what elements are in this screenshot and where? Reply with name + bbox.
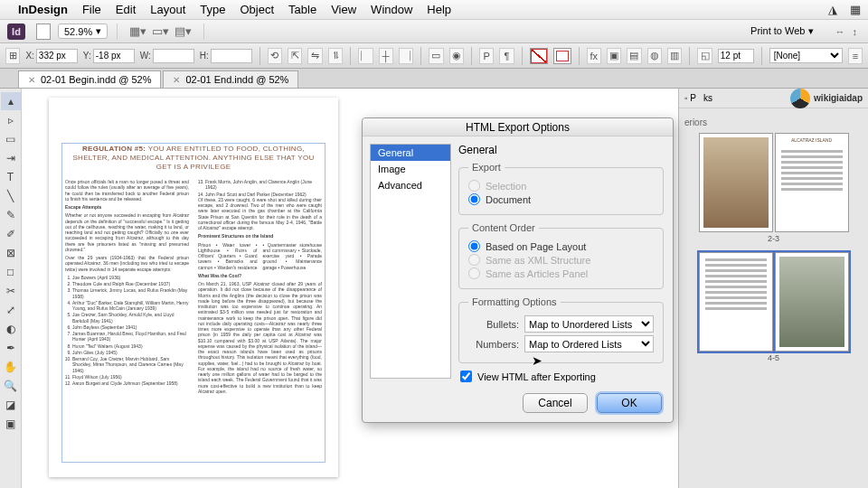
section-heading: General — [458, 144, 664, 156]
fill-stroke-toggle[interactable]: ◪ — [1, 396, 21, 414]
menu-edit[interactable]: Edit — [116, 3, 136, 16]
zoom-tool[interactable]: 🔍 — [1, 377, 21, 395]
page-tool[interactable]: ▭ — [1, 130, 21, 148]
app-menu[interactable]: InDesign — [18, 3, 68, 16]
cancel-button[interactable]: Cancel — [523, 393, 588, 413]
reference-point-icon[interactable]: ⊞ — [5, 48, 20, 64]
w-field[interactable] — [153, 49, 194, 63]
h-field[interactable] — [211, 49, 252, 63]
wrap-shape-icon[interactable]: ◍ — [647, 48, 662, 64]
flip-v-icon[interactable]: ⥮ — [328, 48, 343, 64]
shear-icon[interactable]: ⇱ — [288, 48, 302, 64]
grid-icon[interactable]: ▦ — [850, 3, 861, 16]
stroke-swatch[interactable] — [553, 48, 571, 64]
panel-subtab[interactable]: eriors — [684, 117, 863, 127]
spread-label-23: 2-3 — [684, 234, 863, 243]
list-item: James Boarman, Harold Brest, Floyd Hamil… — [72, 331, 189, 343]
menu-layout[interactable]: Layout — [150, 3, 185, 16]
container-select-icon[interactable]: ▭ — [429, 48, 443, 64]
effects-icon[interactable]: fx — [587, 48, 601, 64]
list-item: Thomas Limerick, Jimmy Lucas, and Rufus … — [72, 287, 189, 299]
h-label: H: — [200, 51, 209, 61]
radio-document[interactable]: Document — [468, 193, 654, 205]
tab-links[interactable]: ks — [703, 93, 712, 103]
rectangle-frame-tool[interactable]: ⊠ — [1, 244, 21, 262]
tab-doc-begin[interactable]: ✕ 02-01 Begin.indd @ 52% — [18, 70, 161, 88]
screen-mode-toggle[interactable]: ▣ — [1, 415, 21, 433]
ok-button[interactable]: OK — [597, 393, 662, 413]
menu-file[interactable]: File — [82, 3, 101, 16]
line-tool[interactable]: ╲ — [1, 187, 21, 205]
arrange-docs[interactable]: ↔↕ — [832, 26, 862, 37]
tab-pages[interactable]: ◦ P — [684, 93, 696, 103]
menu-object[interactable]: Object — [241, 3, 275, 16]
page-thumb-4[interactable] — [699, 252, 773, 352]
panel-tabs: ◦ P ks wikigiaidap — [679, 89, 868, 108]
scissors-tool[interactable]: ✂ — [1, 282, 21, 300]
y-field[interactable] — [93, 49, 135, 63]
formatting-group: Formatting Options Bullets: Map to Unord… — [458, 296, 664, 363]
content-select-icon[interactable]: ◉ — [449, 48, 464, 64]
workspace-switcher[interactable]: Print to Web ▾ — [750, 25, 813, 37]
pen-tool[interactable]: ✎ — [1, 206, 21, 224]
fill-swatch[interactable] — [530, 48, 548, 64]
rotate-icon[interactable]: ⟲ — [268, 48, 282, 64]
menu-help[interactable]: Help — [427, 3, 451, 16]
object-style-select[interactable]: [None] — [769, 48, 843, 63]
page-thumb-2[interactable] — [699, 133, 773, 232]
radio-selection: Selection — [468, 180, 654, 192]
view-options[interactable]: ▦▾▭▾▤▾ — [127, 24, 194, 38]
type-tool[interactable]: T — [1, 168, 21, 186]
transform-tool[interactable]: ⤢ — [1, 301, 21, 319]
align-center-icon[interactable]: ┼ — [379, 48, 393, 64]
gradient-tool[interactable]: ◐ — [1, 320, 21, 338]
wrap-jump-icon[interactable]: ▥ — [667, 48, 682, 64]
type-icon[interactable]: P — [479, 48, 494, 64]
view-after-checkbox[interactable]: View HTML after Exporting — [460, 371, 664, 382]
list-item: Theodore Cole and Ralph Roe (December 19… — [72, 281, 189, 286]
menu-view[interactable]: View — [331, 3, 356, 16]
page-thumb-3[interactable]: ALCATRAZ ISLAND — [775, 133, 849, 232]
radio-articles-panel: Same as Articles Panel — [468, 267, 654, 279]
rectangle-tool[interactable]: □ — [1, 263, 21, 281]
story-icon[interactable]: ¶ — [499, 48, 514, 64]
content-order-legend: Content Order — [468, 222, 539, 233]
adobe-icon[interactable]: ◮ — [828, 3, 837, 16]
list-item: Bernard Coy, Joe Cretzer, Marvin Hubbard… — [72, 356, 189, 373]
radio-page-layout[interactable]: Based on Page Layout — [468, 240, 654, 252]
bridge-icon[interactable] — [36, 23, 51, 40]
wrap-none-icon[interactable]: ▣ — [607, 48, 621, 64]
wrap-bound-icon[interactable]: ▤ — [627, 48, 641, 64]
direct-selection-tool[interactable]: ▹ — [1, 111, 21, 129]
menubar-status-icons: ◮ ▦ — [819, 3, 861, 16]
menu-window[interactable]: Window — [371, 3, 412, 16]
pencil-tool[interactable]: ✐ — [1, 225, 21, 243]
stroke-pt-field[interactable] — [718, 49, 754, 63]
list-item: Huron "Ted" Walters (August 1943) — [72, 343, 189, 349]
align-left-icon[interactable]: ⎸ — [358, 48, 373, 64]
close-icon[interactable]: ✕ — [28, 75, 35, 85]
selection-tool[interactable]: ▴ — [1, 92, 21, 110]
right-panels: ◦ P ks wikigiaidap eriors ALCATRAZ ISLAN… — [678, 89, 868, 488]
panel-menu-icon[interactable]: ≡ — [848, 48, 863, 64]
tab-doc-end[interactable]: ✕ 02-01 End.indd @ 52% — [163, 70, 298, 88]
hand-tool[interactable]: ✋ — [1, 358, 21, 376]
page-thumb-5[interactable] — [775, 252, 849, 352]
eyedropper-tool[interactable]: ✒ — [1, 339, 21, 357]
zoom-level-dropdown[interactable]: 52.9% ▾ — [58, 23, 108, 39]
list-item: John Giles (July 1945) — [72, 350, 189, 355]
close-icon[interactable]: ✕ — [173, 75, 180, 85]
menu-table[interactable]: Table — [288, 3, 316, 16]
corner-icon[interactable]: ◱ — [697, 48, 712, 64]
x-field[interactable] — [36, 49, 78, 63]
sidebar-item-image[interactable]: Image — [371, 161, 450, 177]
gap-tool[interactable]: ⇥ — [1, 149, 21, 167]
numbers-select[interactable]: Map to Ordered Lists — [524, 335, 654, 352]
menu-type[interactable]: Type — [200, 3, 225, 16]
sidebar-item-general[interactable]: General — [371, 145, 450, 161]
sidebar-item-advanced[interactable]: Advanced — [371, 177, 450, 193]
flip-h-icon[interactable]: ⇋ — [307, 48, 322, 64]
align-right-icon[interactable]: ⎹ — [399, 48, 413, 64]
bullets-select[interactable]: Map to Unordered Lists — [524, 315, 654, 333]
formatting-legend: Formatting Options — [468, 296, 561, 307]
